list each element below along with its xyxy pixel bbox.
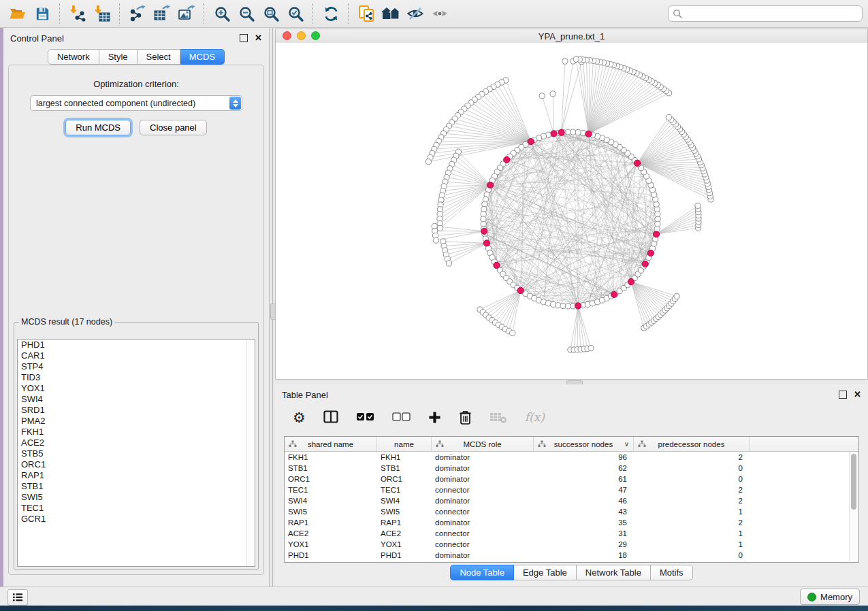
- column-header-successor-nodes[interactable]: successor nodes∨: [534, 437, 634, 451]
- mcds-result-item[interactable]: STB1: [18, 481, 255, 492]
- table-header-row: shared namenameMCDS rolesuccessor nodes∨…: [285, 437, 858, 452]
- vertical-splitter[interactable]: [270, 28, 275, 587]
- table-row-orc1[interactable]: ORC1ORC1dominator610: [285, 474, 858, 484]
- mcds-result-title: MCDS result (17 nodes): [19, 317, 114, 327]
- table-cell: RAP1: [377, 517, 432, 528]
- mcds-result-item[interactable]: YOX1: [18, 383, 255, 394]
- mcds-list-scrollbar[interactable]: [246, 340, 255, 566]
- tab-style[interactable]: Style: [99, 49, 138, 65]
- mcds-result-item[interactable]: RAP1: [18, 470, 255, 481]
- mcds-result-group: MCDS result (17 nodes) PHD1CAR1STP4TID3Y…: [14, 317, 259, 570]
- table-cell: ORC1: [285, 474, 377, 484]
- column-header-name[interactable]: name: [377, 437, 432, 451]
- mcds-result-item[interactable]: GCR1: [18, 514, 255, 525]
- column-header-shared-name[interactable]: shared name: [285, 437, 377, 451]
- task-history-button[interactable]: [7, 589, 28, 606]
- export-network-icon[interactable]: [125, 3, 150, 24]
- float-panel-icon[interactable]: [240, 34, 248, 42]
- table-cell: 0: [634, 550, 750, 561]
- close-panel-icon[interactable]: ✕: [255, 35, 262, 42]
- close-panel-button[interactable]: Close panel: [140, 120, 207, 135]
- run-mcds-button[interactable]: Run MCDS: [65, 120, 131, 135]
- table-cell: FKH1: [285, 452, 377, 463]
- zoom-fit-icon[interactable]: [259, 3, 283, 24]
- column-header-mcds-role[interactable]: MCDS role: [432, 437, 534, 451]
- float-table-panel-icon[interactable]: [839, 391, 847, 399]
- table-options-gear-icon[interactable]: ⚙: [293, 410, 306, 425]
- search-box[interactable]: [668, 5, 863, 22]
- show-all-icon[interactable]: [428, 3, 452, 24]
- network-view-titlebar[interactable]: YPA_prune.txt_1: [276, 29, 867, 44]
- close-table-panel-icon[interactable]: ✕: [854, 391, 861, 398]
- export-image-icon[interactable]: [174, 3, 199, 24]
- table-scrollbar-thumb[interactable]: [851, 454, 856, 510]
- table-cell: SWI5: [285, 506, 377, 517]
- table-cell: 47: [534, 484, 634, 495]
- table-row-swi4[interactable]: SWI4SWI4dominator462: [285, 495, 858, 506]
- search-input[interactable]: [683, 8, 858, 19]
- table-row-ace2[interactable]: ACE2ACE2connector311: [285, 528, 858, 539]
- table-cell: SWI4: [377, 495, 432, 506]
- mcds-result-item[interactable]: FKH1: [18, 427, 255, 437]
- table-row-tec1[interactable]: TEC1TEC1connector472: [285, 484, 858, 495]
- export-table-icon[interactable]: [150, 3, 174, 24]
- table-row-fkh1[interactable]: FKH1FKH1dominator962: [285, 452, 858, 463]
- table-row-yox1[interactable]: YOX1YOX1connector291: [285, 539, 858, 550]
- table-cell: ORC1: [377, 474, 432, 484]
- mcds-result-item[interactable]: PMA2: [18, 416, 255, 427]
- mcds-result-item[interactable]: STB5: [18, 448, 255, 459]
- table-tab-motifs[interactable]: Motifs: [651, 565, 693, 580]
- mcds-result-item[interactable]: TID3: [18, 372, 255, 383]
- zoom-selected-icon[interactable]: [283, 3, 308, 24]
- tab-select[interactable]: Select: [138, 49, 180, 65]
- import-table-icon[interactable]: [90, 3, 114, 24]
- table-row-swi5[interactable]: SWI5SWI5connector431: [285, 506, 858, 517]
- control-panel-tabs: NetworkStyleSelectMCDS: [3, 49, 269, 65]
- zoom-out-icon[interactable]: [234, 3, 259, 24]
- network-canvas[interactable]: [276, 43, 867, 379]
- mcds-result-item[interactable]: TEC1: [18, 503, 255, 514]
- horizontal-splitter[interactable]: [275, 380, 868, 384]
- memory-button[interactable]: Memory: [800, 589, 860, 605]
- minimize-window-icon[interactable]: [297, 31, 306, 40]
- close-window-icon[interactable]: [283, 31, 291, 40]
- table-row-stb1[interactable]: STB1STB1dominator620: [285, 463, 858, 474]
- mcds-result-item[interactable]: STP4: [18, 361, 255, 372]
- mcds-result-item[interactable]: SWI4: [18, 394, 255, 405]
- mcds-result-item[interactable]: PHD1: [18, 340, 255, 350]
- create-column-icon[interactable]: [428, 411, 441, 424]
- mcds-result-item[interactable]: SWI5: [18, 492, 255, 503]
- maximize-window-icon[interactable]: [311, 31, 320, 40]
- table-tab-edge-table[interactable]: Edge Table: [514, 565, 577, 580]
- mcds-result-item[interactable]: CAR1: [18, 350, 255, 361]
- tab-mcds[interactable]: MCDS: [180, 49, 225, 65]
- unselect-all-columns-icon[interactable]: [392, 412, 411, 422]
- show-columns-icon[interactable]: [323, 410, 338, 424]
- network-graph[interactable]: [276, 43, 867, 379]
- control-panel-title: Control Panel: [3, 28, 269, 44]
- optimization-criterion-select[interactable]: largest connected component (undirected): [30, 95, 242, 111]
- import-network-icon[interactable]: [65, 3, 90, 24]
- mcds-result-list[interactable]: PHD1CAR1STP4TID3YOX1SWI4SRD1PMA2FKH1ACE2…: [17, 339, 255, 567]
- column-header-predecessor-nodes[interactable]: predecessor nodes: [634, 437, 750, 451]
- mcds-result-item[interactable]: ORC1: [18, 459, 255, 470]
- clone-network-icon[interactable]: [354, 3, 379, 24]
- table-row-phd1[interactable]: PHD1PHD1dominator180: [285, 550, 858, 561]
- tab-network[interactable]: Network: [48, 49, 99, 65]
- toolbar-separator: [119, 3, 120, 24]
- table-tab-node-table[interactable]: Node Table: [450, 565, 514, 580]
- table-tab-network-table[interactable]: Network Table: [577, 565, 651, 580]
- mcds-result-item[interactable]: SRD1: [18, 405, 255, 416]
- table-scrollbar[interactable]: [849, 452, 858, 561]
- hide-selected-icon[interactable]: [403, 3, 428, 24]
- delete-column-icon[interactable]: [459, 410, 472, 425]
- save-icon[interactable]: [30, 3, 54, 24]
- zoom-in-icon[interactable]: [210, 3, 234, 24]
- table-row-rap1[interactable]: RAP1RAP1dominator352: [285, 517, 858, 528]
- toolbar-separator: [348, 3, 349, 24]
- mcds-result-item[interactable]: ACE2: [18, 437, 255, 448]
- refresh-layout-icon[interactable]: [319, 3, 343, 24]
- first-neighbors-icon[interactable]: [379, 3, 403, 24]
- open-file-icon[interactable]: [5, 3, 30, 24]
- select-all-columns-icon[interactable]: [356, 412, 374, 422]
